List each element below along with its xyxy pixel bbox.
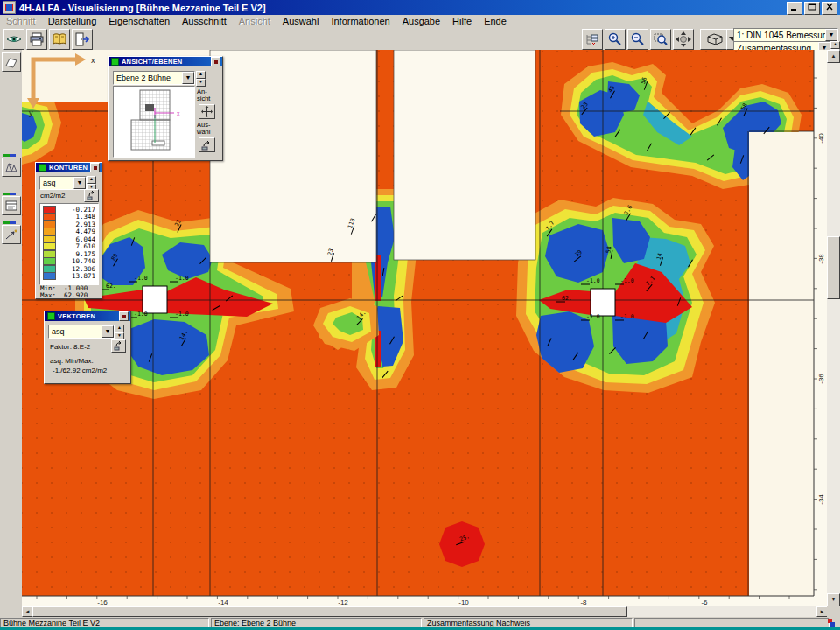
- contour-settings-button[interactable]: [2, 158, 21, 177]
- close-icon[interactable]: [90, 163, 100, 172]
- svg-text:y: y: [29, 108, 33, 117]
- close-icon[interactable]: [211, 57, 220, 66]
- svg-text:58: 58: [605, 246, 612, 254]
- menu-informationen[interactable]: Informationen: [325, 16, 396, 26]
- legend-list: -0.2171.3482.9134.4796.0447.6109.17510.7…: [39, 203, 99, 285]
- view-eye-button[interactable]: [4, 29, 24, 50]
- palette-title-bar[interactable]: KONTUREN: [36, 163, 102, 172]
- layer-indicator: [4, 221, 16, 224]
- legend-value: 13.871: [56, 272, 95, 280]
- zoom-in-button[interactable]: [605, 29, 626, 50]
- view-3d-button[interactable]: [700, 29, 728, 50]
- plan-thumbnail[interactable]: x: [113, 86, 195, 158]
- menu-ende[interactable]: Ende: [478, 16, 513, 26]
- svg-text:62.: 62.: [562, 295, 572, 302]
- legend-swatch: [43, 272, 56, 280]
- chevron-down-icon: ▼: [182, 72, 194, 84]
- auswahl-label: Aus- wahl: [197, 122, 210, 136]
- manual-book-button[interactable]: [49, 29, 70, 50]
- menu-eigenschaften[interactable]: Eigenschaften: [102, 16, 176, 26]
- hscroll-thumb[interactable]: [32, 606, 627, 617]
- svg-text:-1.0: -1.0: [175, 275, 189, 282]
- vector-draw-button[interactable]: [2, 225, 21, 244]
- unit-label: cm2/m2: [40, 192, 65, 200]
- ebene-combo[interactable]: Ebene 2 Bühne▼: [113, 71, 195, 85]
- svg-text:x: x: [91, 56, 95, 65]
- svg-text:-14: -14: [218, 598, 228, 606]
- chevron-down-icon: ▼: [74, 177, 86, 189]
- title-bar[interactable]: 4H-ALFA - Visualisierung [Bühne Mezzanin…: [0, 0, 840, 15]
- legend-row: 6.044: [40, 235, 98, 243]
- scroll-down-icon[interactable]: ▼: [827, 593, 840, 606]
- svg-text:-10: -10: [458, 598, 469, 606]
- legend-row: 10.740: [40, 258, 98, 266]
- palette-title-bar[interactable]: VEKTOREN: [45, 312, 130, 321]
- scroll-up-icon[interactable]: ▲: [827, 50, 840, 63]
- menu-auswahl[interactable]: Auswahl: [276, 16, 326, 26]
- fit-view-button[interactable]: [199, 104, 215, 119]
- zoom-window-button[interactable]: [650, 29, 671, 50]
- svg-text:-1.0: -1.0: [586, 313, 600, 320]
- svg-text:-16: -16: [97, 598, 108, 606]
- svg-text:-1.0: -1.0: [134, 275, 148, 282]
- chevron-down-icon: ▼: [825, 29, 837, 41]
- svg-text:-1.0: -1.0: [620, 277, 634, 284]
- layer-indicator: [4, 192, 16, 195]
- vektoren-palette[interactable]: VEKTOREN asq▼ ▲▼ Faktor: 8.E-2 asq: Min/…: [44, 311, 131, 384]
- palette-icon: [47, 312, 55, 320]
- svg-text:-6: -6: [701, 598, 708, 606]
- konturen-palette[interactable]: KONTUREN asq▼ ▲▼ cm2/m2 -0.2171.3482.913…: [35, 162, 102, 299]
- ansicht-ebenen-palette[interactable]: ANSICHT/EBENEN Ebene 2 Bühne▼ ▲▼ x An- s…: [108, 56, 223, 161]
- ansicht-label: An- sicht: [197, 88, 210, 102]
- palette-icon: [38, 164, 46, 172]
- svg-text:-36: -36: [817, 374, 825, 384]
- menu-darstellung[interactable]: Darstellung: [42, 16, 103, 26]
- apply-selection-button[interactable]: [199, 137, 215, 152]
- minimize-button[interactable]: [787, 2, 802, 15]
- apply-vector-button[interactable]: [111, 340, 126, 353]
- legend-max: Max: 62.920: [40, 291, 88, 299]
- horizontal-scrollbar[interactable]: ◄ ►: [22, 606, 827, 617]
- legend-row: 2.913: [40, 220, 98, 228]
- palette-icon: [111, 58, 119, 66]
- main-toolbar: 1: DIN 1045 Bemessung▼ Zusammenfassung▼ …: [0, 27, 840, 51]
- side-toolbar: [0, 50, 23, 617]
- menu-ausschnitt[interactable]: Ausschnitt: [176, 16, 233, 26]
- design-code-combo[interactable]: 1: DIN 1045 Bemessung▼: [733, 28, 838, 42]
- vertical-scrollbar[interactable]: ▲ ▼: [827, 50, 840, 606]
- palette-title: ANSICHT/EBENEN: [122, 58, 211, 66]
- konturen-value-combo[interactable]: asq▼: [39, 176, 87, 190]
- app-icon: [3, 1, 16, 14]
- exit-door-button[interactable]: [72, 29, 93, 50]
- pan-button[interactable]: [673, 29, 694, 50]
- vektoren-spinner[interactable]: ▲▼: [115, 325, 124, 340]
- svg-text:-34: -34: [817, 494, 825, 505]
- vektoren-minmax-value: -1./62.92 cm2/m2: [52, 367, 107, 374]
- legend-row: 7.610: [40, 243, 98, 251]
- legend-row: 13.871: [40, 273, 98, 281]
- menu-ansicht: Ansicht: [233, 16, 276, 26]
- svg-text:-1.0: -1.0: [175, 311, 189, 318]
- values-window-button[interactable]: [2, 196, 21, 215]
- svg-text:-12: -12: [338, 598, 348, 606]
- menu-schnitt: Schnitt: [0, 16, 42, 26]
- svg-text:-1.0: -1.0: [620, 313, 634, 320]
- layer-indicator: [4, 154, 16, 157]
- menu-ausgabe[interactable]: Ausgabe: [396, 16, 446, 26]
- close-icon[interactable]: [119, 312, 129, 321]
- tree-info-button[interactable]: [582, 29, 603, 50]
- vscroll-thumb[interactable]: [827, 236, 840, 299]
- vektoren-value-combo[interactable]: asq▼: [48, 325, 115, 339]
- print-button[interactable]: [26, 29, 47, 50]
- maximize-button[interactable]: [804, 2, 820, 15]
- menu-bar: SchnittDarstellungEigenschaftenAusschnit…: [0, 15, 840, 28]
- close-button[interactable]: [822, 2, 837, 15]
- plane-view-button[interactable]: [2, 52, 21, 72]
- apply-contour-button[interactable]: [84, 189, 99, 202]
- legend-row: 12.306: [40, 265, 98, 273]
- palette-title-bar[interactable]: ANSICHT/EBENEN: [108, 57, 222, 66]
- menu-hilfe[interactable]: Hilfe: [446, 16, 478, 26]
- zoom-out-button[interactable]: [627, 29, 648, 50]
- svg-text:x: x: [177, 110, 180, 116]
- ebene-spinner[interactable]: ▲▼: [196, 71, 206, 87]
